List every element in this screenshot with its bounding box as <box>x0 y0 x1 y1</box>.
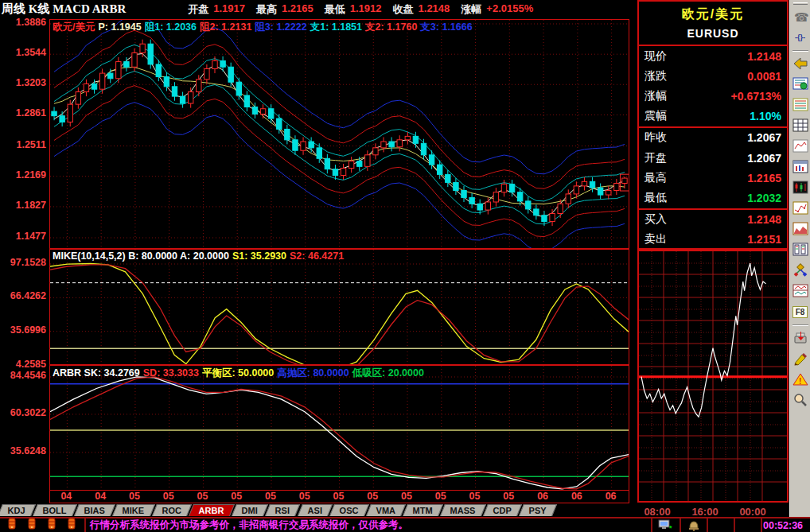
symbol-name-cn: 欧元/美元 <box>639 2 787 23</box>
arbr-indicator-panel[interactable]: ARBR SK: 34.2769SD: 33.3033平衡区: 50.0000高… <box>49 365 629 491</box>
status-right: * 00:52:36 <box>651 518 810 532</box>
main-candlestick-chart[interactable]: 欧元/美元P: 1.1945阻1: 1.2036阻2: 1.2131阻3: 1.… <box>49 19 629 249</box>
header-segment: S2: 46.4271 <box>290 250 344 262</box>
arbr-header: ARBR SK: 34.2769SD: 33.3033平衡区: 50.0000高… <box>53 367 427 380</box>
quote-label: 最低 <box>644 191 667 205</box>
tab-label: ROC <box>162 506 181 516</box>
status-icon[interactable] <box>5 518 20 532</box>
f8-icon[interactable]: F8 <box>792 303 809 320</box>
daily-stats: 开盘1.1917最高1.2165最低1.1912收盘1.2148涨幅+2.015… <box>188 2 533 17</box>
status-icons <box>0 518 84 532</box>
stat-value: 1.1917 <box>213 2 245 17</box>
tab-rsi[interactable]: RSI <box>265 504 300 516</box>
symbol-code: EURUSD <box>639 23 787 40</box>
right-toolbar: ☎-{}-F8! <box>789 0 810 517</box>
y-tick-label: 66.4262 <box>0 290 46 301</box>
brackets-icon[interactable]: -{}- <box>792 29 809 46</box>
y-tick-label: 35.6248 <box>0 445 46 456</box>
tab-osc[interactable]: OSC <box>329 504 369 516</box>
status-icon[interactable] <box>25 518 40 532</box>
line-chart-icon[interactable] <box>792 138 809 155</box>
month-axis-strip <box>49 491 629 503</box>
tab-bias[interactable]: BIAS <box>74 504 115 516</box>
time-label: 00:00 <box>734 506 771 518</box>
tab-mike[interactable]: MIKE <box>112 504 155 516</box>
header-segment: 低吸区: 20.0000 <box>352 367 424 379</box>
quote-value: 0.0081 <box>747 70 781 83</box>
tab-kdj[interactable]: KDJ <box>0 504 36 516</box>
tab-cdp[interactable]: CDP <box>483 504 522 516</box>
save-icon[interactable] <box>792 329 809 347</box>
status-icon[interactable] <box>45 518 60 532</box>
trend-chart-icon[interactable] <box>792 200 809 217</box>
svg-text:*: * <box>669 524 672 531</box>
pencil-icon[interactable] <box>792 350 809 367</box>
area-chart-icon[interactable] <box>792 220 809 238</box>
quote-value: 1.2148 <box>747 50 781 63</box>
quote-row-昨收: 昨收1.2067 <box>639 128 787 148</box>
quote-board-icon[interactable] <box>792 76 809 93</box>
toolbar-grip[interactable] <box>793 2 808 5</box>
minute-plot <box>639 251 787 501</box>
tab-label: MTM <box>413 506 433 516</box>
quote-value: 1.2032 <box>747 192 781 204</box>
chart-mode-title: 周线 K线 MACD ARBR <box>2 2 126 17</box>
intraday-minute-chart[interactable] <box>637 250 789 503</box>
mike-indicator-panel[interactable]: MIKE(10,14,5,2) B: 80.0000 A: 20.0000S1:… <box>49 249 629 365</box>
computer-icon: * <box>658 519 674 531</box>
tab-asi[interactable]: ASI <box>297 504 332 516</box>
window-chart-icon[interactable] <box>792 158 809 176</box>
candlestick-icon[interactable] <box>792 179 809 196</box>
network-status-cell: * <box>651 518 680 532</box>
diamond-arrows-icon[interactable] <box>792 262 809 279</box>
tab-label: ARBR <box>199 506 224 516</box>
quote-label: 涨跌 <box>644 69 667 83</box>
price-list-icon[interactable] <box>792 96 809 114</box>
back-arrow-icon[interactable] <box>792 55 809 72</box>
tab-boll[interactable]: BOLL <box>33 504 77 516</box>
svg-text:☎: ☎ <box>794 10 808 24</box>
header-segment: 阻1: 1.2036 <box>145 21 197 33</box>
tab-vma[interactable]: VMA <box>366 504 407 516</box>
mike-plot <box>50 250 629 364</box>
y-tick-label: 4.2585 <box>0 359 46 370</box>
tab-label: PSY <box>529 506 547 516</box>
y-tick-label: 1.2169 <box>0 169 46 181</box>
tab-roc[interactable]: ROC <box>152 504 193 516</box>
quote-value: 1.2067 <box>747 152 781 165</box>
dial-icon[interactable]: ☎ <box>792 8 809 25</box>
tab-mtm[interactable]: MTM <box>403 504 443 516</box>
quote-value: 1.10% <box>750 110 781 122</box>
quote-value: 1.2165 <box>747 172 781 184</box>
time-label: 16:00 <box>687 506 723 518</box>
zoom-icon[interactable] <box>792 391 809 409</box>
ledger-icon[interactable] <box>792 241 809 258</box>
quote-row-最低: 最低1.2032 <box>639 188 787 208</box>
tab-psy[interactable]: PSY <box>519 504 557 516</box>
stat-label: 最高 <box>256 2 277 17</box>
tab-dmi[interactable]: DMI <box>232 504 268 516</box>
header-segment: 支1: 1.1851 <box>310 21 362 33</box>
quote-value: 1.2067 <box>747 131 781 144</box>
stat-value: 1.2148 <box>419 2 450 17</box>
header-segment: 阻3: 1.2222 <box>255 21 306 33</box>
status-icon[interactable] <box>64 518 80 532</box>
quote-label: 昨收 <box>644 130 667 145</box>
indicator-tabbar: KDJBOLLBIASMIKEROCARBRDMIRSIASIOSCVMAMTM… <box>0 504 637 516</box>
tab-mass[interactable]: MASS <box>440 504 486 516</box>
app-window: 周线 K线 MACD ARBR 开盘1.1917最高1.2165最低1.1912… <box>0 0 810 532</box>
tab-arbr[interactable]: ARBR <box>189 504 235 516</box>
mike-header: MIKE(10,14,5,2) B: 80.0000 A: 20.0000S1:… <box>53 250 347 262</box>
tab-label: DMI <box>242 506 258 516</box>
toolbar-separator <box>792 324 808 326</box>
time-label: 08:00 <box>639 506 676 518</box>
multi-chart-icon[interactable] <box>792 282 809 300</box>
data-table-icon[interactable] <box>792 117 809 134</box>
stat-label: 最低 <box>325 2 345 17</box>
warning-icon[interactable]: ! <box>792 371 809 388</box>
quote-rows: 现价1.2148涨跌0.0081涨幅+0.6713%震幅1.10%昨收1.206… <box>639 46 787 250</box>
quote-label: 震幅 <box>644 109 667 123</box>
y-tick-label: 1.3886 <box>0 17 46 28</box>
header-segment: 支2: 1.1760 <box>365 21 417 33</box>
candlestick-plot <box>50 20 629 248</box>
